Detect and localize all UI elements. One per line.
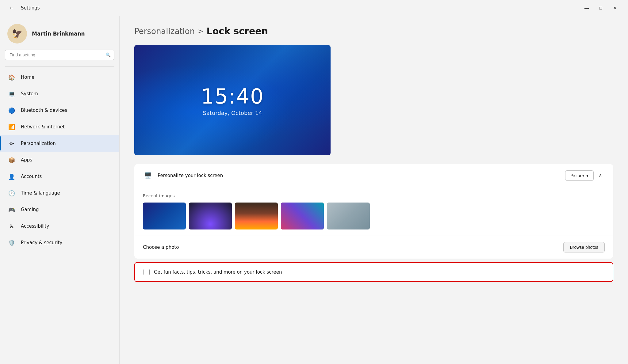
lock-screen-preview: 15:40 Saturday, October 14 (134, 45, 331, 155)
sidebar-label-privacy: Privacy & security (21, 240, 62, 245)
sidebar-item-accounts[interactable]: 👤Accounts (0, 168, 119, 185)
thumbnail-1[interactable] (143, 203, 186, 229)
user-name: Martin Brinkmann (32, 31, 85, 37)
dropdown-arrow-icon: ▾ (586, 173, 588, 178)
sidebar-label-system: System (21, 91, 38, 97)
fun-facts-row[interactable]: Get fun facts, tips, tricks, and more on… (134, 262, 613, 282)
sidebar-label-accessibility: Accessibility (21, 223, 49, 229)
sidebar-item-time[interactable]: 🕐Time & language (0, 185, 119, 201)
sidebar-label-apps: Apps (21, 157, 32, 163)
thumbnail-4[interactable] (281, 203, 324, 229)
choose-photo-row: Choose a photo Browse photos (134, 236, 613, 259)
sidebar-item-privacy[interactable]: 🛡️Privacy & security (0, 234, 119, 251)
close-button[interactable]: ✕ (608, 3, 622, 13)
lock-screen-icon: 🖥️ (143, 171, 153, 180)
privacy-icon: 🛡️ (7, 238, 16, 247)
network-icon: 📶 (7, 123, 16, 131)
picture-dropdown[interactable]: Picture ▾ (565, 170, 594, 181)
titlebar-controls: — □ ✕ (580, 3, 622, 13)
preview-date: Saturday, October 14 (203, 110, 262, 116)
personalize-panel: 🖥️ Personalize your lock screen Picture … (134, 164, 613, 259)
back-button[interactable]: ← (6, 4, 17, 13)
search-icon: 🔍 (105, 52, 111, 57)
nav-list: 🏠Home💻System🔵Bluetooth & devices📶Network… (0, 69, 119, 251)
sidebar-label-accounts: Accounts (21, 174, 42, 179)
time-icon: 🕐 (7, 189, 16, 197)
sidebar: 🦅 Martin Brinkmann 🔍 🏠Home💻System🔵Blueto… (0, 16, 120, 364)
titlebar: ← Settings — □ ✕ (0, 0, 628, 16)
breadcrumb-separator: > (198, 27, 203, 35)
gaming-icon: 🎮 (7, 205, 16, 214)
recent-images-section: Recent images (134, 187, 613, 236)
search-bar: 🔍 (5, 50, 114, 60)
system-icon: 💻 (7, 89, 16, 98)
images-grid (143, 203, 605, 229)
choose-photo-label: Choose a photo (143, 245, 179, 250)
breadcrumb-current: Lock screen (207, 26, 268, 36)
nav-divider (5, 66, 114, 66)
personalization-icon: ✏️ (7, 139, 16, 148)
user-profile: 🦅 Martin Brinkmann (0, 19, 119, 50)
search-input[interactable] (5, 50, 114, 60)
collapse-button[interactable]: ∧ (596, 170, 605, 181)
breadcrumb: Personalization > Lock screen (134, 26, 613, 36)
minimize-button[interactable]: — (580, 3, 594, 13)
personalize-label: Personalize your lock screen (158, 173, 223, 178)
sidebar-item-gaming[interactable]: 🎮Gaming (0, 201, 119, 218)
bluetooth-icon: 🔵 (7, 106, 16, 115)
home-icon: 🏠 (7, 73, 16, 82)
sidebar-item-system[interactable]: 💻System (0, 85, 119, 102)
thumbnail-2[interactable] (189, 203, 232, 229)
sidebar-label-bluetooth: Bluetooth & devices (21, 108, 67, 113)
accessibility-icon: ♿ (7, 222, 16, 230)
sidebar-item-home[interactable]: 🏠Home (0, 69, 119, 85)
personalize-row: 🖥️ Personalize your lock screen Picture … (134, 164, 613, 187)
titlebar-title: Settings (21, 5, 40, 11)
fun-facts-checkbox[interactable] (144, 269, 150, 275)
dropdown-value: Picture (570, 173, 584, 178)
thumbnail-5[interactable] (327, 203, 370, 229)
fun-facts-label: Get fun facts, tips, tricks, and more on… (154, 269, 282, 275)
sidebar-label-personalization: Personalization (21, 141, 56, 146)
breadcrumb-parent: Personalization (134, 27, 195, 36)
personalize-controls: Picture ▾ ∧ (565, 170, 605, 181)
maximize-button[interactable]: □ (594, 3, 608, 13)
recent-label: Recent images (143, 193, 605, 198)
sidebar-label-time: Time & language (21, 190, 60, 196)
sidebar-label-home: Home (21, 74, 34, 80)
sidebar-item-bluetooth[interactable]: 🔵Bluetooth & devices (0, 102, 119, 119)
sidebar-item-network[interactable]: 📶Network & internet (0, 119, 119, 135)
sidebar-item-accessibility[interactable]: ♿Accessibility (0, 218, 119, 234)
personalize-row-left: 🖥️ Personalize your lock screen (143, 171, 223, 180)
avatar: 🦅 (7, 24, 27, 44)
app-body: 🦅 Martin Brinkmann 🔍 🏠Home💻System🔵Blueto… (0, 16, 628, 364)
sidebar-label-gaming: Gaming (21, 207, 39, 212)
preview-time: 15:40 (201, 84, 264, 108)
thumbnail-3[interactable] (235, 203, 278, 229)
apps-icon: 📦 (7, 156, 16, 164)
sidebar-item-personalization[interactable]: ✏️Personalization (0, 135, 119, 152)
browse-photos-button[interactable]: Browse photos (563, 242, 605, 252)
accounts-icon: 👤 (7, 172, 16, 181)
sidebar-item-apps[interactable]: 📦Apps (0, 152, 119, 168)
titlebar-left: ← Settings (6, 4, 40, 13)
main-content: Personalization > Lock screen 15:40 Satu… (120, 16, 628, 364)
sidebar-label-network: Network & internet (21, 124, 65, 130)
